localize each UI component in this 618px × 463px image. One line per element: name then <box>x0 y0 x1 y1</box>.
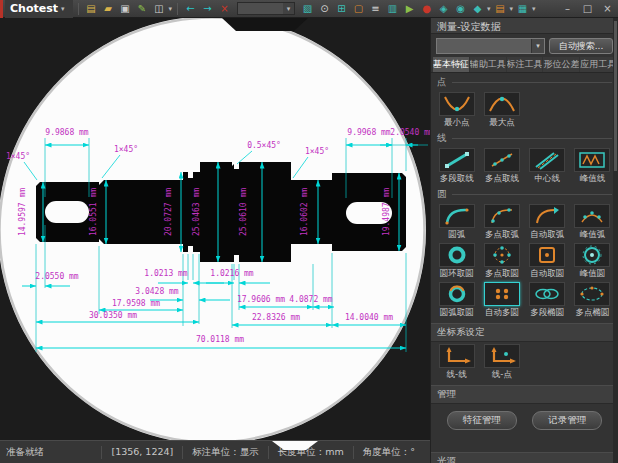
circle-tool-grid-row3: 圆弧取圆 自动多圆 多段椭圆 多点椭圆 <box>431 280 618 319</box>
tool-ring-circle[interactable]: 圆环取圆 <box>435 243 478 280</box>
section-light-header: 光源 <box>431 452 618 463</box>
search-row: ▾ 自动搜索... <box>431 34 618 57</box>
save-as-icon[interactable]: ◫ <box>152 2 167 16</box>
tool-max-point[interactable]: 最大点 <box>480 92 523 129</box>
color-picker-icon[interactable]: ▧ <box>300 2 315 16</box>
toolbar-separator <box>78 3 79 15</box>
section-line-label: 线 <box>431 129 618 146</box>
tool-multi-seg-line[interactable]: 多段取线 <box>435 148 478 185</box>
tool-multi-seg-ellipse[interactable]: 多段椭圆 <box>526 282 569 319</box>
delete-icon[interactable]: × <box>217 2 232 16</box>
section-coordinate-header: 坐标系设定 <box>431 323 618 342</box>
columns-view-icon[interactable]: ▥ <box>385 2 400 16</box>
record-manage-button[interactable]: 记录管理 <box>532 411 602 430</box>
tool-auto-arc[interactable]: 自动取弧 <box>526 204 569 241</box>
tab-aux-tools[interactable]: 辅助工具 <box>470 57 506 72</box>
undo-icon[interactable]: ← <box>183 2 198 16</box>
multi-point-circle-icon <box>484 243 520 267</box>
tool-multi-point-circle[interactable]: 多点取圆 <box>480 243 523 280</box>
tool-min-point[interactable]: 最小点 <box>435 92 478 129</box>
tool-line-point[interactable]: 线-点 <box>480 344 523 381</box>
light-tool-icon[interactable]: ▤ <box>493 2 508 16</box>
list-view-icon[interactable]: ≡ <box>368 2 383 16</box>
measurement-view-svg[interactable]: 9.9868 mm 9.9968 mm 2.0540 mm 1×45° 1×45… <box>0 18 430 440</box>
chevron-down-icon: ▾ <box>61 5 65 13</box>
tool-arc-circle[interactable]: 圆弧取圆 <box>435 282 478 319</box>
close-button[interactable]: × <box>601 3 614 14</box>
dim-dia-seg4: 25.0463 mm <box>192 188 201 236</box>
tab-basic-features[interactable]: 基本特征 <box>433 57 469 72</box>
combobox-arrow-icon[interactable]: ▾ <box>531 39 544 53</box>
auto-circle-icon <box>529 243 565 267</box>
shield-dropdown-icon[interactable]: ▾ <box>487 5 491 13</box>
status-length-unit: 长度单位：mm <box>268 446 353 459</box>
open-folder-icon[interactable]: ▰ <box>101 2 116 16</box>
dim-dia-end-right: 19.4987 mm <box>382 188 391 236</box>
dim-dia-center: 25.0610 mm <box>239 188 248 236</box>
app-title: Chotest <box>10 2 58 15</box>
toolbar-combobox[interactable]: ▾ <box>237 2 295 15</box>
dim-chamfer-left-end: 1×45° <box>6 152 30 161</box>
save-icon[interactable]: ▣ <box>118 2 133 16</box>
tool-peak-arc[interactable]: 峰值弧 <box>571 204 614 241</box>
shield-tool-icon[interactable]: ◆ <box>470 2 485 16</box>
panel-scrollbar[interactable] <box>613 18 618 463</box>
section-circle-label: 圆 <box>431 185 618 202</box>
dim-groove-right: 1.0216 mm <box>210 269 254 278</box>
multi-point-arc-icon <box>484 204 520 228</box>
calibration-grid-icon[interactable]: ⊞ <box>334 2 349 16</box>
status-angle-unit: 角度单位：° <box>353 446 424 459</box>
stage-fixture-shadow <box>222 18 308 31</box>
tool-center-line[interactable]: 中心线 <box>526 148 569 185</box>
screen-view-icon[interactable]: ▢ <box>351 2 366 16</box>
status-coordinates: [1356, 1224] <box>101 446 182 459</box>
image-settings-icon[interactable]: ▦ <box>515 2 530 16</box>
new-file-icon[interactable]: ▤ <box>84 2 99 16</box>
min-point-icon <box>439 92 475 116</box>
auto-search-button[interactable]: 自动搜索... <box>549 38 613 54</box>
redo-icon[interactable]: → <box>200 2 215 16</box>
play-icon[interactable]: ▶ <box>402 2 417 16</box>
tool-line-line[interactable]: 线-线 <box>435 344 478 381</box>
line-line-axes-icon <box>439 344 475 368</box>
app-menu-button[interactable]: Chotest ▾ <box>5 0 73 18</box>
multi-seg-ellipse-icon <box>529 282 565 306</box>
tab-app-tools[interactable]: 应用工具 <box>580 57 616 72</box>
measure-settings-panel: 测量-设定数据 ▾ 自动搜索... 基本特征 辅助工具 标注工具 形位公差 应用… <box>430 18 618 463</box>
tab-geometric-tolerance[interactable]: 形位公差 <box>543 57 579 72</box>
dim-chamfer-center: 0.5×45° <box>247 141 281 150</box>
tool-auto-circle[interactable]: 自动取圆 <box>526 243 569 280</box>
tab-annotation-tools[interactable]: 标注工具 <box>507 57 543 72</box>
light-dropdown-icon[interactable]: ▾ <box>510 5 514 13</box>
dim-len-total: 70.0118 mm <box>196 335 244 344</box>
measure-tool-icon[interactable]: ◈ <box>436 2 451 16</box>
manage-buttons-row: 特征管理 记录管理 <box>431 404 618 434</box>
line-point-axes-icon <box>484 344 520 368</box>
circles-tool-icon[interactable]: ◉ <box>453 2 468 16</box>
maximize-button[interactable]: □ <box>581 3 594 14</box>
tool-peak-line[interactable]: 峰值线 <box>571 148 614 185</box>
circle-tool-grid-row1: 圆弧 多点取弧 自动取弧 峰值弧 <box>431 202 618 241</box>
zoom-icon[interactable]: ⊙ <box>317 2 332 16</box>
multi-point-ellipse-icon <box>574 282 610 306</box>
measurement-viewport[interactable]: 9.9868 mm 9.9968 mm 2.0540 mm 1×45° 1×45… <box>0 18 430 440</box>
edit-icon[interactable]: ✎ <box>135 2 150 16</box>
combobox-arrow-icon[interactable]: ▾ <box>283 3 294 14</box>
tool-auto-multi-circle[interactable]: 自动多圆 <box>480 282 523 319</box>
dim-len-step-right: 4.0872 mm <box>289 295 333 304</box>
record-icon[interactable]: ● <box>419 2 434 16</box>
tool-multi-point-ellipse[interactable]: 多点椭圆 <box>571 282 614 319</box>
feature-manage-button[interactable]: 特征管理 <box>447 411 517 430</box>
tool-peak-circle[interactable]: 峰值圆 <box>571 243 614 280</box>
tool-multi-point-line[interactable]: 多点取线 <box>480 148 523 185</box>
app-window: Chotest ▾ ▤ ▰ ▣ ✎ ◫ ▾ ← → × ▾ ▧ ⊙ ⊞ ▢ ≡ … <box>0 0 618 463</box>
save-as-dropdown-icon[interactable]: ▾ <box>169 5 173 13</box>
image-dropdown-icon[interactable]: ▾ <box>532 5 536 13</box>
dim-len-mid-right: 17.9606 mm <box>237 295 285 304</box>
tool-multi-point-arc[interactable]: 多点取弧 <box>480 204 523 241</box>
minimize-button[interactable]: – <box>561 3 574 14</box>
feature-combobox[interactable]: ▾ <box>436 38 545 54</box>
tool-arc[interactable]: 圆弧 <box>435 204 478 241</box>
scrollbar-thumb[interactable] <box>614 21 617 171</box>
dim-len-seg2: 17.9598 mm <box>112 299 160 308</box>
